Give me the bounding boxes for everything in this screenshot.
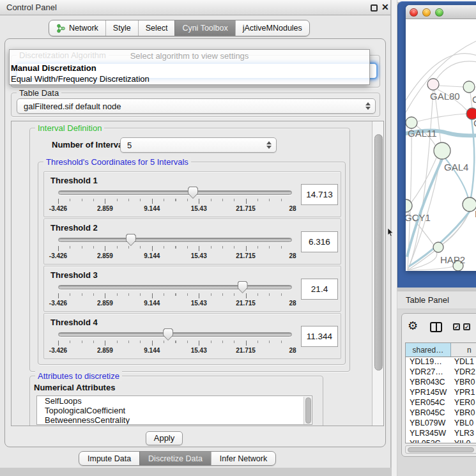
table-data-combobox[interactable]: galFiltered.sif default node <box>17 98 376 114</box>
zoom-traffic-light[interactable] <box>435 8 443 17</box>
table-row[interactable]: YDL19…YDL1 <box>406 357 476 367</box>
cell: YDL19… <box>406 357 451 367</box>
scale-tick-label: 9.144 <box>144 300 160 307</box>
threshold-1-slider-track[interactable] <box>58 190 292 195</box>
threshold-1-slider-thumb[interactable] <box>188 187 198 199</box>
float-window-icon[interactable] <box>371 4 378 12</box>
table-row[interactable]: YLR345WYLR3 <box>406 429 476 439</box>
number-of-intervals-combobox[interactable]: 5 <box>120 137 277 153</box>
cell: YBL079W <box>406 418 451 429</box>
cell: YLR3 <box>451 429 476 439</box>
tab-jactivemnodules[interactable]: jActiveMNodules <box>235 20 309 36</box>
scale-tick-label: -3.426 <box>49 347 67 354</box>
scale-tick-label: 9.144 <box>144 347 160 354</box>
attributes-list-scrollbar-thumb[interactable] <box>305 397 311 424</box>
node-g[interactable] <box>463 81 475 93</box>
thresholds-coordinates-group-title: Threshold's Coordinates for 5 Intervals <box>43 157 191 167</box>
column-header-name[interactable]: n <box>451 343 476 357</box>
threshold-2-value-field[interactable]: 6.316 <box>301 231 338 252</box>
threshold-2-slider-thumb[interactable] <box>126 234 136 246</box>
threshold-4-label: Threshold 4 <box>50 318 98 327</box>
cell: YLR345W <box>406 429 451 439</box>
table-horizontal-scrollbar[interactable] <box>405 445 476 454</box>
settings-vertical-scrollbar-thumb[interactable] <box>374 134 383 371</box>
table-row[interactable]: YBR043CYBR0 <box>406 378 476 388</box>
checkbox-icon[interactable]: ✓ <box>453 323 460 330</box>
threshold-4-slider-track[interactable] <box>58 332 292 337</box>
control-panel-window: Control Panel ✕ Network Style Select Cyn… <box>0 0 391 468</box>
attributes-to-discretize-group: Attributes to discretize Numerical Attri… <box>29 376 323 426</box>
tab-infer-network[interactable]: Infer Network <box>211 452 275 465</box>
threshold-3-slider-thumb[interactable] <box>238 281 248 293</box>
split-columns-icon[interactable] <box>430 322 442 332</box>
node-gcy1[interactable] <box>406 199 412 212</box>
tab-cyni-toolbox[interactable]: Cyni Toolbox <box>174 20 234 36</box>
node-gal80[interactable] <box>427 79 439 90</box>
threshold-4-slider-thumb[interactable] <box>163 328 173 341</box>
algorithm-item-manual-discretization[interactable]: Manual Discretization <box>11 63 368 74</box>
scale-tick-label: 9.144 <box>144 252 160 259</box>
close-traffic-light[interactable] <box>410 8 418 17</box>
network-graph: GAL80 G GAL11 C GAL4 GCY1 H HAP2 <box>406 19 476 271</box>
node-label-gal11: GAL11 <box>408 128 437 139</box>
threshold-4-value-field[interactable]: 11.344 <box>301 326 338 347</box>
tab-network[interactable]: Network <box>49 20 105 36</box>
tab-discretize-data[interactable]: Discretize Data <box>139 452 211 465</box>
attributes-list-scrollbar[interactable] <box>303 397 311 425</box>
combo-stepper-icon <box>365 102 371 110</box>
scale-tick-label: 21.715 <box>236 347 256 354</box>
close-icon[interactable]: ✕ <box>381 2 389 12</box>
algorithm-item-equal-width-frequency[interactable]: Equal Width/Frequency Discretization <box>11 73 368 85</box>
table-row[interactable]: YBR045CYBR0 <box>406 408 476 418</box>
table-panel-title: Table Panel <box>406 295 449 305</box>
scale-tick-label: 21.715 <box>236 300 256 307</box>
list-item-topologicalcoefficient[interactable]: TopologicalCoefficient <box>37 406 312 415</box>
node-gal4[interactable] <box>434 142 450 159</box>
table-row[interactable]: YER054CYER0 <box>406 398 476 408</box>
slider-major-ticks <box>58 246 293 251</box>
table-panel-header: Table Panel <box>397 291 476 309</box>
interval-definition-group-title: Interval Definition <box>35 123 104 133</box>
scale-tick-label: 15.43 <box>191 347 207 354</box>
node-hap2[interactable] <box>433 242 443 252</box>
tab-style-label: Style <box>113 24 131 33</box>
network-view-window: GAL80 G GAL11 C GAL4 GCY1 H HAP2 <box>406 5 476 271</box>
tab-network-label: Network <box>69 24 98 33</box>
settings-vertical-scrollbar[interactable] <box>372 121 384 426</box>
threshold-1-value-field[interactable]: 14.713 <box>301 184 338 205</box>
gear-icon[interactable]: ⚙ <box>408 320 418 332</box>
network-canvas[interactable]: GAL80 G GAL11 C GAL4 GCY1 H HAP2 <box>406 19 476 271</box>
list-item-betweennesscentrality[interactable]: BetweennessCentrality <box>37 415 312 425</box>
tab-infer-network-label: Infer Network <box>220 454 267 463</box>
node-h[interactable] <box>463 197 476 211</box>
table-horizontal-scrollbar-thumb[interactable] <box>408 447 474 452</box>
checkbox-icon[interactable]: ✓ <box>463 323 470 330</box>
algorithm-placeholder-item[interactable]: Select algorithm to view settings <box>11 50 368 62</box>
list-item-selfloops[interactable]: SelfLoops <box>37 396 312 406</box>
panel-splitter[interactable] <box>391 0 397 476</box>
cell: YBR0 <box>451 408 476 418</box>
tab-select[interactable]: Select <box>138 20 175 36</box>
tab-style[interactable]: Style <box>105 20 138 36</box>
node-gal11[interactable] <box>406 117 417 128</box>
threshold-3-slider-track[interactable] <box>58 285 292 289</box>
table-row[interactable]: YPR145WYPR1 <box>406 388 476 398</box>
table-row[interactable]: YBL079WYBL0 <box>406 418 476 429</box>
scale-tick-label: 21.715 <box>236 205 256 212</box>
threshold-3-value-field[interactable]: 21.4 <box>301 279 338 300</box>
threshold-2-slider-track[interactable] <box>58 238 292 242</box>
threshold-3-label: Threshold 3 <box>50 270 98 280</box>
top-tab-bar: Network Style Select Cyni Toolbox jActiv… <box>49 20 310 36</box>
node-label-c: C <box>473 118 476 128</box>
column-header-shared-name[interactable]: shared… <box>406 343 451 357</box>
tab-impute-data[interactable]: Impute Data <box>79 452 139 465</box>
scale-tick-label: 28 <box>289 347 296 354</box>
minimize-traffic-light[interactable] <box>422 8 431 17</box>
interval-definition-group: Interval Definition Number of Intervals … <box>29 128 350 372</box>
apply-button[interactable]: Apply <box>146 431 183 445</box>
table-row[interactable]: YDR27…YDR2 <box>406 367 476 378</box>
threshold-2-label: Threshold 2 <box>50 223 98 233</box>
table-row[interactable]: YIL052CYIL0 <box>406 439 476 443</box>
tab-discretize-data-label: Discretize Data <box>148 454 203 463</box>
threshold-3-panel: Threshold 3 -3.426 2.859 9.144 15.43 21.… <box>43 266 341 312</box>
